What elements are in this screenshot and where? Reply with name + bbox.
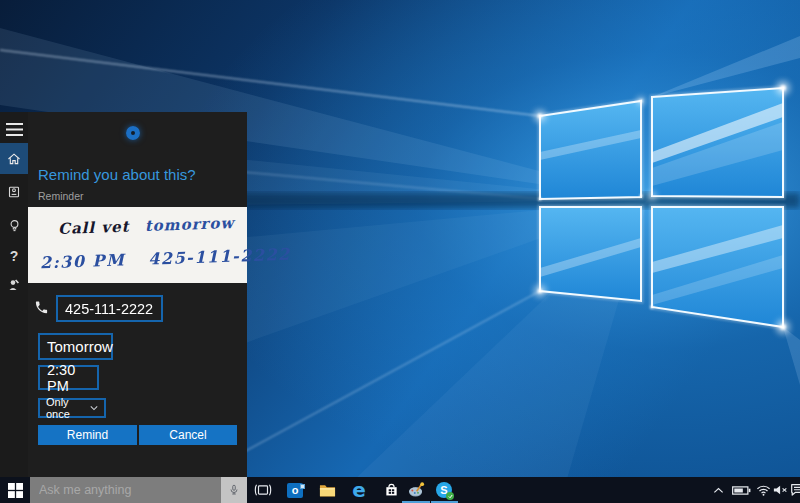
store-icon xyxy=(384,482,399,498)
mic-button[interactable] xyxy=(221,477,247,503)
notebook-icon xyxy=(7,185,21,199)
lightbulb-icon xyxy=(8,219,21,233)
taskbar: o e xyxy=(0,477,800,503)
ink-text-time: 2:30 PM xyxy=(40,250,126,272)
phone-field[interactable]: 425-111-2222 xyxy=(56,295,163,322)
wifi-icon xyxy=(756,484,771,496)
taskbar-app-skype[interactable]: S xyxy=(430,477,458,503)
tray-battery[interactable] xyxy=(730,477,752,503)
ink-line-1: Call vet tomorrow xyxy=(58,214,235,238)
taskbar-app-fresh-paint[interactable] xyxy=(403,477,430,503)
microphone-icon xyxy=(228,483,240,497)
start-button[interactable] xyxy=(0,477,30,503)
tray-show-hidden-icons[interactable] xyxy=(709,477,727,503)
chevron-up-icon xyxy=(713,487,724,494)
desktop-screen: ? Remind you about this? Reminder Call v… xyxy=(0,0,800,503)
sidebar-item-help[interactable]: ? xyxy=(0,244,28,268)
tray-volume[interactable] xyxy=(772,477,790,503)
volume-muted-icon xyxy=(773,484,789,496)
help-icon: ? xyxy=(10,248,19,264)
edge-icon: e xyxy=(352,479,366,501)
action-center-icon xyxy=(790,483,800,497)
cortana-panel: ? Remind you about this? Reminder Call v… xyxy=(0,112,247,477)
task-view-icon xyxy=(254,483,272,497)
remind-button[interactable]: Remind xyxy=(38,425,137,445)
outlook-icon: o xyxy=(287,483,303,498)
cancel-button[interactable]: Cancel xyxy=(139,425,237,445)
taskbar-app-file-explorer[interactable] xyxy=(313,477,341,503)
taskbar-app-edge[interactable]: e xyxy=(345,477,373,503)
date-field[interactable]: Tomorrow xyxy=(38,333,113,360)
time-field[interactable]: 2:30 PM xyxy=(38,365,99,390)
hamburger-icon xyxy=(6,123,23,136)
cortana-sidebar: ? xyxy=(0,112,28,477)
taskbar-app-store[interactable] xyxy=(377,477,405,503)
home-icon xyxy=(7,152,21,166)
ink-text-call-vet: Call vet xyxy=(58,218,130,238)
skype-status-badge xyxy=(446,492,454,500)
search-input[interactable] xyxy=(30,477,221,503)
sidebar-item-feedback[interactable] xyxy=(0,272,28,296)
taskbar-app-outlook[interactable]: o xyxy=(281,477,309,503)
task-view-button[interactable] xyxy=(249,477,277,503)
chevron-down-icon xyxy=(90,405,98,411)
skype-icon: S xyxy=(436,482,452,498)
page-title: Remind you about this? xyxy=(38,166,196,183)
file-explorer-icon xyxy=(319,483,336,497)
sidebar-item-reminders[interactable] xyxy=(0,214,28,238)
sidebar-item-notebook[interactable] xyxy=(0,180,28,204)
cortana-logo xyxy=(126,126,140,140)
windows-logo-icon xyxy=(8,483,23,498)
phone-icon xyxy=(34,300,49,319)
tray-network[interactable] xyxy=(754,477,772,503)
tray-action-center[interactable] xyxy=(789,477,800,503)
ink-canvas[interactable]: Call vet tomorrow 2:30 PM 425-111-2222 xyxy=(28,207,247,283)
fresh-paint-icon xyxy=(408,482,425,498)
battery-icon xyxy=(732,485,751,496)
recurrence-value: Only once xyxy=(46,396,90,420)
reminder-section-label: Reminder xyxy=(38,190,84,202)
ink-text-tomorrow: tomorrow xyxy=(144,214,234,235)
recurrence-dropdown[interactable]: Only once xyxy=(38,398,106,418)
feedback-person-icon xyxy=(8,278,21,291)
sidebar-item-home[interactable] xyxy=(0,143,28,174)
hamburger-menu-button[interactable] xyxy=(0,119,28,139)
taskbar-search[interactable] xyxy=(30,477,247,503)
